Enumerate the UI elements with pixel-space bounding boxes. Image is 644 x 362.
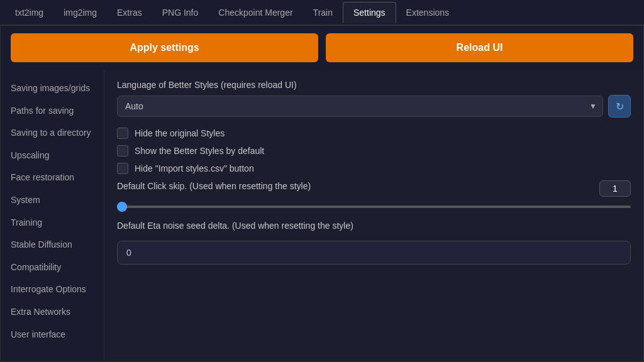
language-setting-label: Language of Better Styles (requires relo… [117, 80, 631, 90]
checkbox-show-better-styles: Show the Better Styles by default [117, 145, 631, 156]
click-skip-slider[interactable] [117, 206, 631, 208]
sidebar-item-saving-images[interactable]: Saving images/grids [1, 77, 104, 100]
sidebar-item-system[interactable]: System [1, 189, 104, 212]
eta-section: Default Eta noise seed delta. (Used when… [117, 221, 631, 265]
sidebar-item-extra-networks[interactable]: Extra Networks [1, 301, 104, 324]
action-buttons-row: Apply settings Reload UI [1, 26, 643, 70]
sidebar-item-upscaling[interactable]: Upscaling [1, 145, 104, 167]
apply-settings-button[interactable]: Apply settings [11, 33, 318, 62]
refresh-button[interactable]: ↻ [608, 95, 631, 118]
sidebar-item-paths-for-saving[interactable]: Paths for saving [1, 100, 104, 123]
top-navigation: txt2img img2img Extras PNG Info Checkpoi… [0, 0, 644, 25]
slider-track [117, 200, 631, 213]
slider-label: Default Click skip. (Used when resetting… [117, 181, 311, 191]
slider-section: Default Click skip. (Used when resetting… [117, 180, 631, 213]
checkbox-hide-original-styles-input[interactable] [117, 128, 128, 139]
sidebar-item-stable-diffusion[interactable]: Stable Diffusion [1, 234, 104, 256]
sidebar-item-compatibility[interactable]: Compatibility [1, 256, 104, 279]
tab-txt2img[interactable]: txt2img [5, 3, 53, 23]
eta-label: Default Eta noise seed delta. (Used when… [117, 221, 631, 231]
language-select[interactable]: Auto [117, 96, 603, 117]
sidebar-item-training[interactable]: Training [1, 212, 104, 234]
checkbox-hide-original-styles-label: Hide the original Styles [135, 128, 225, 138]
content-area: Saving images/grids Paths for saving Sav… [1, 70, 643, 361]
language-select-row: Auto ▼ ↻ [117, 95, 631, 118]
slider-label-row: Default Click skip. (Used when resetting… [117, 180, 631, 197]
tab-extensions[interactable]: Extensions [396, 3, 459, 23]
checkbox-hide-import-button: Hide "Import styles.csv" button [117, 163, 631, 174]
sidebar: Saving images/grids Paths for saving Sav… [1, 70, 104, 361]
language-select-wrapper: Auto ▼ [117, 96, 603, 117]
checkbox-hide-original-styles: Hide the original Styles [117, 128, 631, 139]
eta-input[interactable] [117, 241, 631, 265]
settings-panel: Language of Better Styles (requires relo… [104, 70, 643, 361]
checkbox-hide-import-button-input[interactable] [117, 163, 128, 174]
checkbox-hide-import-button-label: Hide "Import styles.csv" button [135, 163, 254, 173]
sidebar-item-face-restoration[interactable]: Face restoration [1, 167, 104, 189]
sidebar-item-interrogate-options[interactable]: Interrogate Options [1, 278, 104, 301]
checkbox-show-better-styles-input[interactable] [117, 145, 128, 156]
sidebar-item-user-interface[interactable]: User interface [1, 324, 104, 346]
refresh-icon: ↻ [616, 101, 624, 112]
tab-img2img[interactable]: img2img [53, 3, 107, 23]
tab-extras[interactable]: Extras [107, 3, 152, 23]
tab-png-info[interactable]: PNG Info [152, 3, 209, 23]
reload-ui-button[interactable]: Reload UI [326, 33, 633, 62]
main-container: Apply settings Reload UI Saving images/g… [0, 25, 644, 362]
tab-settings[interactable]: Settings [343, 2, 396, 23]
tab-train[interactable]: Train [303, 3, 343, 23]
sidebar-item-saving-to-directory[interactable]: Saving to a directory [1, 122, 104, 145]
tab-checkpoint-merger[interactable]: Checkpoint Merger [208, 3, 303, 23]
checkbox-show-better-styles-label: Show the Better Styles by default [135, 146, 264, 156]
slider-value-display: 1 [599, 180, 631, 197]
